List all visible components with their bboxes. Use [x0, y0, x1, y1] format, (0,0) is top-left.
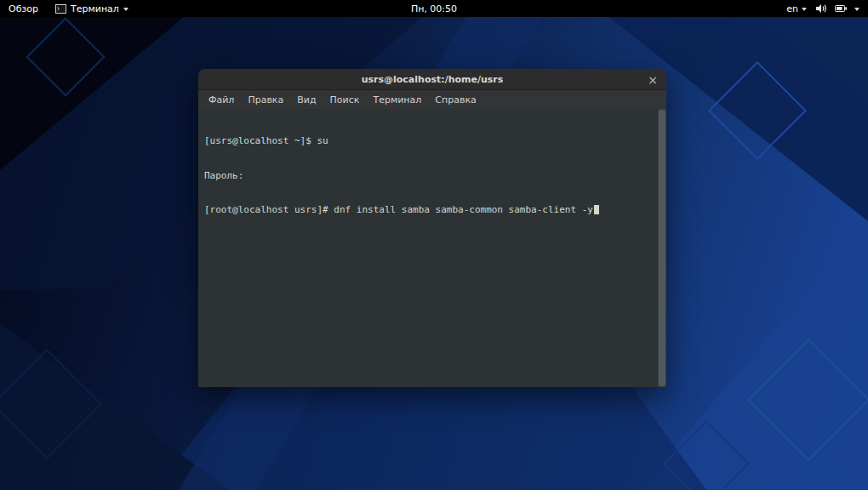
terminal-app-icon: [55, 4, 66, 14]
keyboard-layout-label: en: [786, 3, 798, 14]
chevron-down-icon: [123, 8, 128, 11]
system-status-menu[interactable]: [816, 3, 859, 14]
scrollbar-thumb[interactable]: [659, 110, 665, 386]
terminal-command-text: [root@localhost usrs]# dnf install samba…: [204, 204, 593, 215]
menu-item-edit[interactable]: Правка: [241, 92, 290, 108]
terminal-line: [usrs@localhost ~]$ su: [204, 135, 653, 147]
terminal-scrollbar[interactable]: [658, 109, 666, 387]
top-bar: Обзор Терминал Пн, 00:50 en: [0, 0, 868, 17]
activities-button[interactable]: Обзор: [0, 0, 47, 17]
app-menu-label: Терминал: [71, 3, 119, 14]
activities-label: Обзор: [9, 3, 38, 14]
battery-icon: [835, 4, 848, 13]
menu-item-view[interactable]: Вид: [290, 92, 323, 108]
terminal-window: usrs@localhost:/home/usrs × Файл Правка …: [198, 69, 666, 387]
terminal-menubar: Файл Правка Вид Поиск Терминал Справка: [198, 90, 666, 109]
menu-item-file[interactable]: Файл: [202, 92, 241, 108]
menu-item-help[interactable]: Справка: [428, 92, 483, 108]
clock-label: Пн, 00:50: [411, 3, 457, 14]
menu-item-terminal[interactable]: Терминал: [366, 92, 428, 108]
keyboard-layout-menu[interactable]: en: [786, 3, 807, 14]
chevron-down-icon: [802, 8, 807, 11]
terminal-line: [root@localhost usrs]# dnf install samba…: [204, 204, 653, 216]
clock-button[interactable]: Пн, 00:50: [404, 0, 464, 17]
terminal-cursor: [594, 205, 599, 214]
menu-item-search[interactable]: Поиск: [323, 92, 367, 108]
volume-icon: [816, 3, 828, 14]
close-button[interactable]: ×: [643, 69, 662, 90]
chevron-down-icon: [854, 8, 859, 11]
window-titlebar[interactable]: usrs@localhost:/home/usrs ×: [198, 69, 666, 90]
terminal-line: Пароль:: [204, 170, 653, 182]
window-title: usrs@localhost:/home/usrs: [362, 74, 504, 85]
terminal-screen[interactable]: [usrs@localhost ~]$ su Пароль: [root@loc…: [198, 109, 666, 387]
app-menu-terminal[interactable]: Терминал: [47, 0, 137, 17]
